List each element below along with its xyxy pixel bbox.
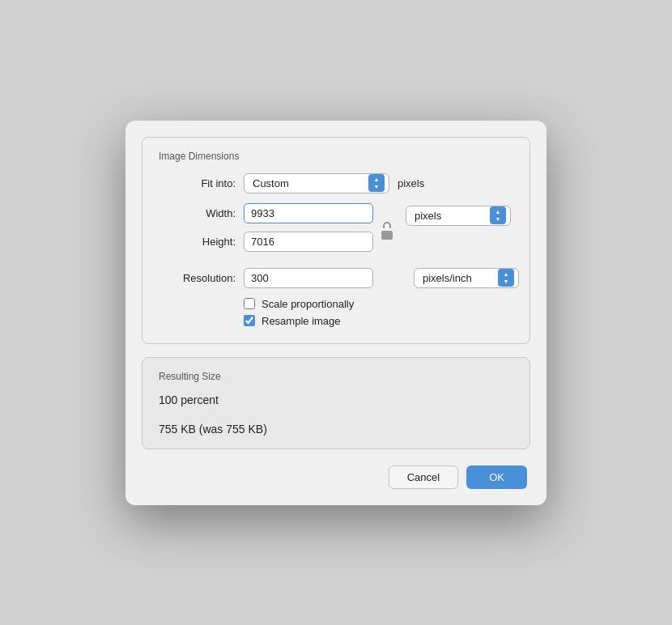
scale-checkbox[interactable]	[244, 298, 255, 309]
scale-label[interactable]: Scale proportionally	[262, 298, 354, 310]
fit-into-row: Fit into: Custom 640 x 480 800 x 600 102…	[159, 173, 513, 193]
unit-select[interactable]: pixels percent inches cm mm	[406, 206, 511, 226]
lock-body	[381, 231, 393, 240]
dimension-inputs-area: Width: Height:	[159, 203, 511, 258]
width-row: Width:	[159, 203, 373, 223]
resolution-unit-select[interactable]: pixels/inch pixels/cm	[414, 268, 519, 288]
fit-into-select-wrapper[interactable]: Custom 640 x 480 800 x 600 1024 x 768 19…	[244, 173, 389, 193]
resolution-input[interactable]	[244, 268, 373, 288]
wh-labels-col: Width: Height:	[159, 203, 373, 252]
resolution-unit-wrapper[interactable]: pixels/inch pixels/cm	[414, 268, 519, 288]
image-dimensions-dialog: Image Dimensions Fit into: Custom 640 x …	[125, 121, 547, 505]
unit-select-wrapper[interactable]: pixels percent inches cm mm	[406, 206, 511, 226]
resolution-label: Resolution:	[159, 272, 236, 284]
fit-into-select[interactable]: Custom 640 x 480 800 x 600 1024 x 768 19…	[244, 173, 389, 193]
lock-shackle	[383, 222, 391, 228]
resulting-size-title: Resulting Size	[159, 371, 513, 382]
height-row: Height:	[159, 232, 373, 252]
fit-into-label: Fit into:	[159, 177, 236, 189]
ok-button[interactable]: OK	[466, 466, 527, 489]
lock-col	[380, 203, 394, 258]
width-label: Width:	[159, 207, 236, 219]
dimension-area: Width: Height:	[159, 203, 513, 258]
resolution-row: Resolution: pixels/inch pixels/cm	[159, 268, 513, 288]
resample-row: Resample image	[244, 315, 513, 327]
lock-icon	[380, 222, 394, 240]
resample-label[interactable]: Resample image	[262, 315, 341, 327]
height-label: Height:	[159, 236, 236, 248]
resulting-size-section: Resulting Size 100 percent 755 KB (was 7…	[142, 357, 530, 449]
resulting-kb: 755 KB (was 755 KB)	[159, 423, 513, 436]
image-dimensions-title: Image Dimensions	[159, 151, 513, 162]
resulting-percent: 100 percent	[159, 393, 513, 406]
unit-col[interactable]: pixels percent inches cm mm	[401, 203, 511, 226]
cancel-button[interactable]: Cancel	[389, 466, 458, 489]
scale-row: Scale proportionally	[244, 298, 513, 310]
width-input[interactable]	[244, 203, 373, 223]
image-dimensions-section: Image Dimensions Fit into: Custom 640 x …	[142, 137, 530, 344]
button-row: Cancel OK	[142, 466, 530, 489]
fit-into-pixels-suffix: pixels	[398, 177, 424, 189]
height-input[interactable]	[244, 232, 373, 252]
resample-checkbox[interactable]	[244, 315, 255, 326]
